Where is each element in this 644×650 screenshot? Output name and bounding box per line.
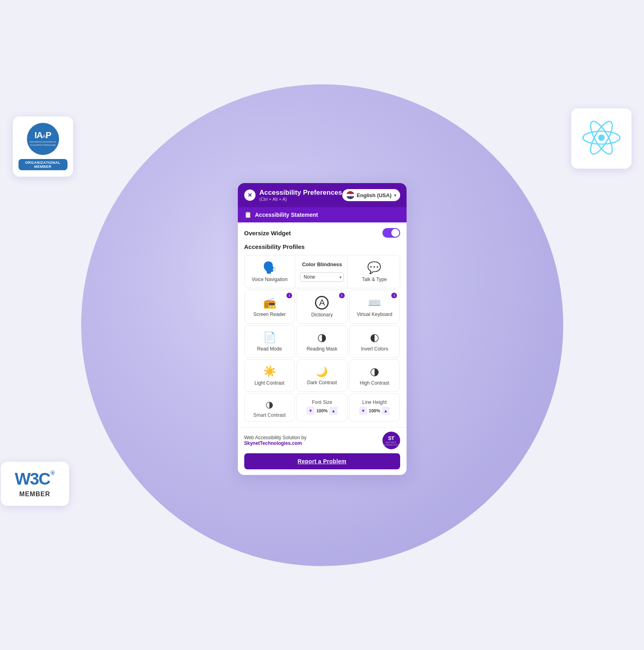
dictionary-icon: A — [315, 296, 329, 310]
header-subtitle: (Ctrl + Alt + A) — [260, 197, 342, 202]
st-logo-text: ST — [388, 435, 395, 441]
footer-brand-link[interactable]: SkynetTechnologies.com — [244, 440, 307, 446]
line-height-stepper: ▾ 100% ▴ — [359, 407, 390, 415]
chevron-down-icon: ▾ — [394, 193, 396, 198]
react-badge — [571, 108, 632, 169]
row-smart-font-line: ◑ Smart Contrast Font Size ▾ 100% ▴ Line… — [244, 393, 400, 422]
report-problem-button[interactable]: Report a Problem — [244, 453, 400, 469]
dictionary-label: Dictionary — [311, 312, 333, 318]
line-height-label: Line Height — [362, 399, 387, 405]
w3c-text: W3C — [15, 471, 50, 487]
footer-text-block: Web Accessibility Solution by SkynetTech… — [244, 435, 307, 446]
profiles-label: Accessibility Profiles — [244, 243, 400, 250]
high-contrast-icon: ◑ — [370, 365, 379, 378]
screen-reader-info-icon[interactable]: i — [286, 293, 292, 298]
dark-contrast-item[interactable]: 🌙 Dark Contrast — [296, 359, 348, 392]
talk-type-item[interactable]: 💬 Talk & Type — [349, 255, 399, 288]
smart-contrast-label: Smart Contrast — [253, 412, 286, 418]
dark-contrast-label: Dark Contrast — [307, 380, 337, 385]
reading-mask-icon: ◑ — [317, 331, 327, 344]
row-reader-dict-keyboard: i 📻 Screen Reader i A Dictionary i ⌨️ Vi… — [244, 290, 400, 324]
font-size-item[interactable]: Font Size ▾ 100% ▴ — [296, 393, 348, 422]
voice-navigation-item[interactable]: 🗣️ Voice Navigation — [245, 255, 295, 288]
read-mode-label: Read Mode — [257, 346, 282, 352]
dictionary-item[interactable]: i A Dictionary — [296, 290, 348, 324]
light-contrast-label: Light Contrast — [254, 380, 284, 386]
st-logo: ST SKYNETTECHNOLOGIES — [382, 432, 400, 449]
screen-reader-label: Screen Reader — [253, 312, 286, 317]
font-size-stepper: ▾ 100% ▴ — [307, 407, 337, 415]
language-selector[interactable]: English (USA) ▾ — [342, 189, 400, 201]
invert-colors-label: Invert Colors — [361, 346, 388, 352]
line-height-decrease[interactable]: ▾ — [359, 407, 367, 415]
screen-reader-item[interactable]: i 📻 Screen Reader — [244, 290, 295, 324]
w3c-badge: W3C ® MEMBER — [1, 462, 69, 506]
iaap-circle: IAAP International Association of Access… — [27, 123, 59, 155]
accessibility-statement-bar[interactable]: 📋 Accessibility Statement — [238, 207, 407, 222]
header-left: ✕ Accessibility Preferences (Ctrl + Alt … — [244, 189, 342, 202]
virtual-keyboard-icon: ⌨️ — [368, 297, 381, 309]
talk-type-icon: 💬 — [367, 261, 381, 274]
w3c-member-label: MEMBER — [19, 491, 50, 498]
iaap-subtitle: International Association of Accessibili… — [27, 141, 59, 146]
color-blindness-label: Color Blindness — [302, 261, 342, 267]
color-blindness-select[interactable]: None Protanopia Deuteranopia Tritanopia … — [300, 272, 344, 282]
high-contrast-item[interactable]: ◑ High Contrast — [349, 359, 400, 392]
w3c-registered: ® — [51, 470, 55, 476]
read-mode-icon: 📄 — [263, 331, 276, 344]
font-size-label: Font Size — [312, 399, 332, 405]
footer-brand: Web Accessibility Solution by SkynetTech… — [244, 432, 400, 449]
row-contrast: ☀️ Light Contrast 🌙 Dark Contrast ◑ High… — [244, 359, 400, 392]
widget-footer: Web Accessibility Solution by SkynetTech… — [238, 427, 407, 475]
iaap-title: IAAP — [35, 131, 51, 140]
virtual-keyboard-info-icon[interactable]: i — [391, 293, 397, 298]
high-contrast-label: High Contrast — [360, 380, 389, 386]
color-blindness-item: Color Blindness None Protanopia Deuteran… — [297, 255, 348, 288]
talk-type-label: Talk & Type — [362, 277, 387, 282]
font-size-decrease[interactable]: ▾ — [307, 407, 315, 415]
flag-icon — [346, 191, 354, 199]
light-contrast-icon: ☀️ — [263, 365, 276, 378]
profiles-top-row: 🗣️ Voice Navigation Color Blindness None… — [244, 255, 400, 288]
invert-colors-icon: ◐ — [370, 331, 379, 344]
oversize-label: Oversize Widget — [244, 230, 291, 236]
oversize-toggle[interactable] — [382, 228, 400, 238]
light-contrast-item[interactable]: ☀️ Light Contrast — [244, 359, 295, 392]
document-icon: 📋 — [244, 211, 252, 218]
react-logo — [581, 118, 622, 159]
read-mode-item[interactable]: 📄 Read Mode — [244, 325, 295, 358]
close-icon: ✕ — [247, 192, 252, 198]
line-height-value: 100% — [369, 408, 380, 413]
svg-point-0 — [598, 134, 605, 141]
widget-header: ✕ Accessibility Preferences (Ctrl + Alt … — [238, 183, 407, 207]
st-logo-sub: SKYNETTECHNOLOGIES — [380, 441, 402, 446]
dark-contrast-icon: 🌙 — [316, 366, 328, 377]
footer-brand-text: Web Accessibility Solution by — [244, 435, 307, 440]
smart-contrast-item[interactable]: ◑ Smart Contrast — [244, 393, 295, 422]
invert-colors-item[interactable]: ◐ Invert Colors — [349, 325, 400, 358]
voice-navigation-label: Voice Navigation — [251, 277, 287, 282]
virtual-keyboard-item[interactable]: i ⌨️ Virtual Keyboard — [349, 290, 400, 324]
reading-mask-item[interactable]: ◑ Reading Mask — [296, 325, 348, 358]
line-height-increase[interactable]: ▴ — [382, 407, 390, 415]
accessibility-widget: ✕ Accessibility Preferences (Ctrl + Alt … — [238, 183, 407, 475]
lang-label: English (USA) — [357, 192, 392, 198]
font-size-increase[interactable]: ▴ — [329, 407, 337, 415]
iaap-badge: IAAP International Association of Access… — [13, 116, 73, 177]
close-button[interactable]: ✕ — [244, 189, 256, 201]
oversize-row: Oversize Widget — [244, 228, 400, 238]
row-read-mask-invert: 📄 Read Mode ◑ Reading Mask ◐ Invert Colo… — [244, 325, 400, 358]
statement-text: Accessibility Statement — [255, 212, 318, 218]
reading-mask-label: Reading Mask — [307, 346, 337, 352]
header-title-block: Accessibility Preferences (Ctrl + Alt + … — [260, 189, 342, 202]
dictionary-info-icon[interactable]: i — [339, 293, 345, 298]
font-size-value: 100% — [316, 408, 327, 413]
toggle-knob — [391, 229, 399, 237]
w3c-logo: W3C ® — [15, 470, 55, 487]
background-circle: IAAP International Association of Access… — [81, 84, 563, 566]
line-height-item[interactable]: Line Height ▾ 100% ▴ — [349, 393, 400, 422]
iaap-org-label: ORGANIZATIONAL MEMBER — [18, 159, 67, 170]
screen-reader-icon: 📻 — [263, 297, 276, 309]
color-blindness-select-wrapper: None Protanopia Deuteranopia Tritanopia … — [300, 272, 344, 282]
header-title: Accessibility Preferences — [260, 189, 342, 197]
